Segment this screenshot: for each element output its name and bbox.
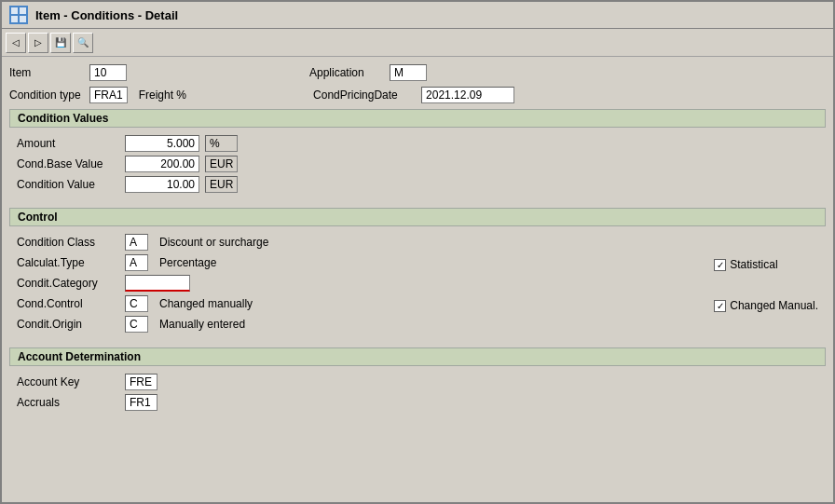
condition-values-section: Condition Values Amount 5.000 % Cond.Bas… [9,109,826,200]
condition-type-value[interactable]: FRA1 [89,87,128,103]
application-value[interactable]: M [390,64,427,81]
account-determination-header: Account Determination [9,347,826,366]
condition-type-field: Condition type FRA1 Freight % [9,87,186,103]
content-area: Item 10 Application M Condition type FRA… [2,57,833,433]
changed-manual-row: Changed Manual. [714,299,818,312]
control-content: Condition Class A Discount or surcharge … [9,230,826,340]
statistical-checkbox[interactable] [714,259,726,271]
item-value[interactable]: 10 [89,64,127,81]
svg-rect-4 [20,16,26,22]
condition-class-text: Discount or surcharge [159,236,268,249]
window-title: Item - Conditions - Detail [35,8,178,22]
amount-label: Amount [17,137,119,150]
amount-unit: % [205,135,238,152]
control-section: Control Condition Class A Discount or su… [9,208,826,340]
toolbar-back-btn[interactable]: ◁ [6,33,26,53]
cond-base-currency: EUR [205,156,238,172]
condit-category-label: Condit.Category [17,277,119,290]
account-key-value[interactable]: FRE [125,374,157,390]
cond-control-row: Cond.Control C Changed manually [17,295,677,312]
condition-value-label: Condition Value [17,178,119,191]
item-field: Item 10 [9,64,127,81]
cond-pricing-date-label: CondPricingDate [313,89,416,102]
condition-class-code[interactable]: A [125,234,148,251]
cond-control-text: Changed manually [159,297,253,310]
toolbar: ◁ ▷ 💾 🔍 [2,29,833,57]
application-field: Application M [309,64,427,81]
title-bar: Item - Conditions - Detail [2,2,833,29]
condit-category-row: Condit.Category [17,275,677,292]
svg-rect-2 [20,7,26,14]
toolbar-find-btn[interactable]: 🔍 [73,33,93,53]
calcul-type-label: Calculat.Type [17,256,119,269]
control-header: Control [9,208,826,226]
toolbar-save-btn[interactable]: 💾 [50,33,71,53]
condit-origin-label: Condit.Origin [17,318,119,331]
cond-pricing-date-value[interactable]: 2021.12.09 [421,87,514,103]
condition-class-row: Condition Class A Discount or surcharge [17,234,677,251]
item-label: Item [9,66,84,79]
condit-origin-row: Condit.Origin C Manually entered [17,316,677,333]
amount-value[interactable]: 5.000 [125,135,199,152]
statistical-label: Statistical [730,258,777,271]
svg-rect-3 [11,16,18,22]
cond-base-value[interactable]: 200.00 [125,156,199,172]
condition-type-text: Freight % [139,89,186,102]
condition-class-label: Condition Class [17,236,119,249]
cond-base-value-row: Cond.Base Value 200.00 EUR [17,156,818,172]
account-key-label: Account Key [17,375,119,388]
cond-base-value-label: Cond.Base Value [17,157,119,170]
condition-values-header: Condition Values [9,109,826,128]
condition-value-row: Condition Value 10.00 EUR [17,176,818,193]
condition-type-row: Condition type FRA1 Freight % CondPricin… [9,87,826,103]
app-icon [9,6,28,24]
amount-row: Amount 5.000 % [17,135,818,152]
calcul-type-text: Percentage [159,256,216,269]
condit-origin-code[interactable]: C [125,316,148,333]
cond-control-label: Cond.Control [17,297,119,310]
svg-rect-1 [11,7,18,14]
toolbar-forward-btn[interactable]: ▷ [28,33,48,53]
header-section: Item 10 Application M [9,64,826,81]
control-left-col: Condition Class A Discount or surcharge … [17,234,677,336]
statistical-row: Statistical [714,258,818,271]
condition-type-label: Condition type [9,89,84,102]
changed-manual-checkbox[interactable] [714,300,726,312]
main-window: Item - Conditions - Detail ◁ ▷ 💾 🔍 Item … [0,0,835,504]
accruals-row: Accruals FR1 [17,394,818,411]
condition-currency: EUR [205,176,238,193]
account-determination-content: Account Key FRE Accruals FR1 [9,370,826,418]
calcul-type-row: Calculat.Type A Percentage [17,254,677,271]
changed-manual-label: Changed Manual. [730,299,818,312]
condition-values-content: Amount 5.000 % Cond.Base Value 200.00 EU… [9,131,826,200]
condition-value[interactable]: 10.00 [125,176,199,193]
accruals-value[interactable]: FR1 [125,394,157,411]
application-label: Application [309,66,384,79]
control-two-col: Condition Class A Discount or surcharge … [17,234,818,336]
account-key-row: Account Key FRE [17,374,818,390]
cond-pricing-date-field: CondPricingDate 2021.12.09 [313,87,514,103]
account-determination-section: Account Determination Account Key FRE Ac… [9,347,826,418]
cond-control-code[interactable]: C [125,295,148,312]
control-right-col: Statistical Changed Manual. [714,234,818,336]
condit-origin-text: Manually entered [159,318,245,331]
condit-category-value[interactable] [125,275,190,292]
accruals-label: Accruals [17,396,119,409]
calcul-type-code[interactable]: A [125,254,148,271]
